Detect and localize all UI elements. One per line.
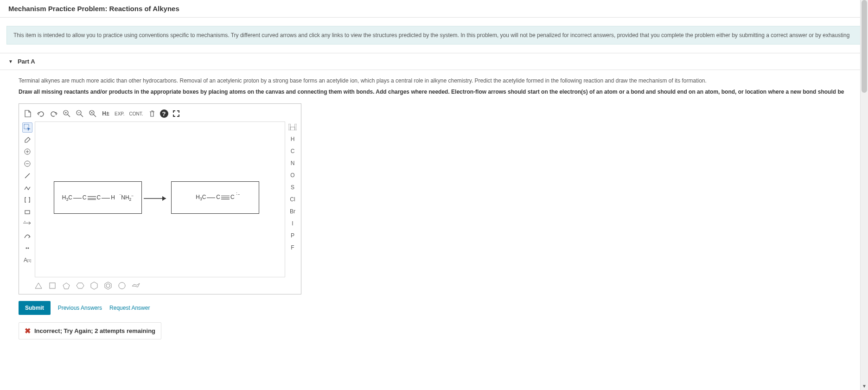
vertical-scrollbar[interactable]: ▼: [860, 0, 868, 349]
element-S[interactable]: S: [287, 183, 298, 192]
svg-rect-24: [288, 124, 290, 130]
curved-arrow-icon[interactable]: [22, 231, 32, 241]
hydrogen-toggle-button[interactable]: H±: [101, 109, 111, 119]
svg-line-8: [94, 115, 96, 117]
svg-rect-26: [290, 127, 295, 130]
svg-line-17: [25, 173, 30, 178]
hexagon2-icon[interactable]: [89, 281, 99, 290]
reaction-arrow-icon[interactable]: +: [22, 219, 32, 229]
zoom-fit-icon[interactable]: [88, 109, 98, 119]
redo-icon[interactable]: [49, 109, 59, 119]
reactant-molecule: H3CCCH ..NH2−: [62, 193, 134, 202]
element-C[interactable]: C: [287, 147, 298, 156]
hexagon-icon[interactable]: [76, 281, 85, 290]
new-icon[interactable]: [23, 109, 33, 119]
svg-rect-25: [295, 124, 297, 130]
charge-minus-icon[interactable]: [22, 159, 32, 169]
undo-icon[interactable]: [36, 109, 46, 119]
element-H[interactable]: H: [287, 134, 298, 144]
reactant-box[interactable]: H3CCCH ..NH2−: [54, 181, 142, 214]
action-row: Submit Previous Answers Request Answer: [19, 301, 849, 315]
drawing-editor: H± EXP. CONT. ?: [19, 103, 301, 294]
isotope-icon[interactable]: A[1]: [22, 255, 32, 265]
lone-pair-icon[interactable]: [22, 243, 32, 253]
previous-answers-link[interactable]: Previous Answers: [58, 305, 102, 311]
svg-rect-18: [25, 211, 30, 214]
scrollbar-thumb[interactable]: [862, 0, 867, 93]
single-bond-icon[interactable]: [22, 171, 32, 181]
submit-button[interactable]: Submit: [19, 301, 51, 315]
svg-rect-27: [50, 283, 55, 288]
element-N[interactable]: N: [287, 159, 298, 168]
zoom-in-icon[interactable]: [62, 109, 72, 119]
chain-bond-icon[interactable]: [22, 183, 32, 193]
fullscreen-icon[interactable]: [171, 109, 181, 119]
svg-line-5: [81, 115, 83, 117]
element-O[interactable]: O: [287, 171, 298, 180]
box-icon[interactable]: [22, 207, 32, 217]
part-header[interactable]: ▼ Part A: [0, 53, 868, 70]
bracket-icon[interactable]: [22, 195, 32, 205]
element-F[interactable]: F: [287, 243, 298, 252]
chair-icon[interactable]: [131, 281, 140, 290]
periodic-table-icon[interactable]: [287, 122, 298, 132]
part-label: Part A: [18, 58, 35, 65]
charge-plus-icon[interactable]: [22, 147, 32, 157]
element-palette: H C N O S Cl Br I P F: [285, 121, 298, 277]
reaction-arrow: [143, 195, 171, 203]
drawing-canvas[interactable]: H3CCCH ..NH2− H3CCC:−: [35, 121, 285, 277]
zoom-out-icon[interactable]: [75, 109, 85, 119]
element-I[interactable]: I: [287, 219, 298, 228]
feedback-text: Incorrect; Try Again; 2 attempts remaini…: [34, 327, 155, 334]
toolbar-bottom: [22, 277, 298, 290]
square-icon[interactable]: [48, 281, 57, 290]
svg-point-21: [26, 248, 27, 249]
info-banner: This item is intended to allow you to pr…: [6, 26, 862, 45]
pentagon-icon[interactable]: [62, 281, 71, 290]
svg-point-28: [106, 284, 110, 288]
incorrect-icon: ✖: [25, 326, 31, 335]
trash-icon[interactable]: [147, 109, 157, 119]
help-icon[interactable]: ?: [160, 109, 168, 118]
svg-point-22: [28, 248, 29, 249]
svg-line-1: [68, 115, 70, 117]
exp-button[interactable]: EXP.: [114, 111, 126, 116]
cont-button[interactable]: CONT.: [128, 111, 144, 116]
instruction-text-1: Terminal alkynes are much more acidic th…: [19, 77, 849, 85]
svg-text:+: +: [24, 221, 26, 223]
triangle-icon[interactable]: [34, 281, 43, 290]
element-P[interactable]: P: [287, 231, 298, 240]
product-molecule: H3CCC:−: [196, 194, 234, 201]
toolbar-left: + A[1]: [22, 121, 35, 277]
part-body: Terminal alkynes are much more acidic th…: [0, 70, 868, 294]
element-Br[interactable]: Br: [287, 207, 298, 216]
toolbar-top: H± EXP. CONT. ?: [22, 107, 298, 121]
heptagon-icon[interactable]: [117, 281, 127, 290]
instruction-text-2: Draw all missing reactants and/or produc…: [19, 88, 849, 96]
benzene-icon[interactable]: [103, 281, 113, 290]
page-title: Mechanism Practice Problem: Reactions of…: [0, 0, 868, 18]
marquee-select-icon[interactable]: [22, 122, 32, 133]
svg-point-29: [119, 282, 125, 289]
request-answer-link[interactable]: Request Answer: [109, 305, 150, 311]
element-Cl[interactable]: Cl: [287, 195, 298, 204]
eraser-icon[interactable]: [22, 134, 32, 145]
feedback-box: ✖ Incorrect; Try Again; 2 attempts remai…: [19, 322, 161, 339]
chevron-down-icon: ▼: [8, 59, 13, 64]
product-box[interactable]: H3CCC:−: [171, 181, 259, 214]
